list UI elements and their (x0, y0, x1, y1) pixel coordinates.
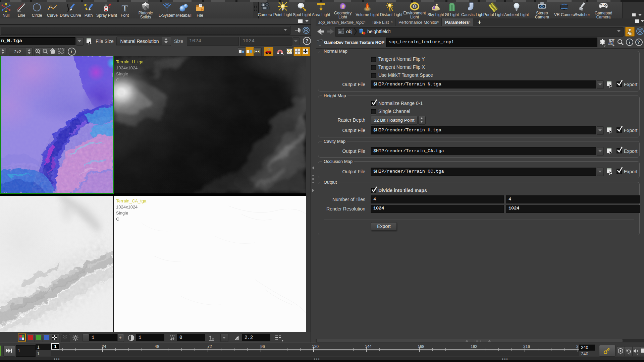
svg-text:H: H (608, 38, 614, 46)
svg-text:T: T (122, 3, 128, 13)
svg-text:3: 3 (342, 4, 344, 9)
